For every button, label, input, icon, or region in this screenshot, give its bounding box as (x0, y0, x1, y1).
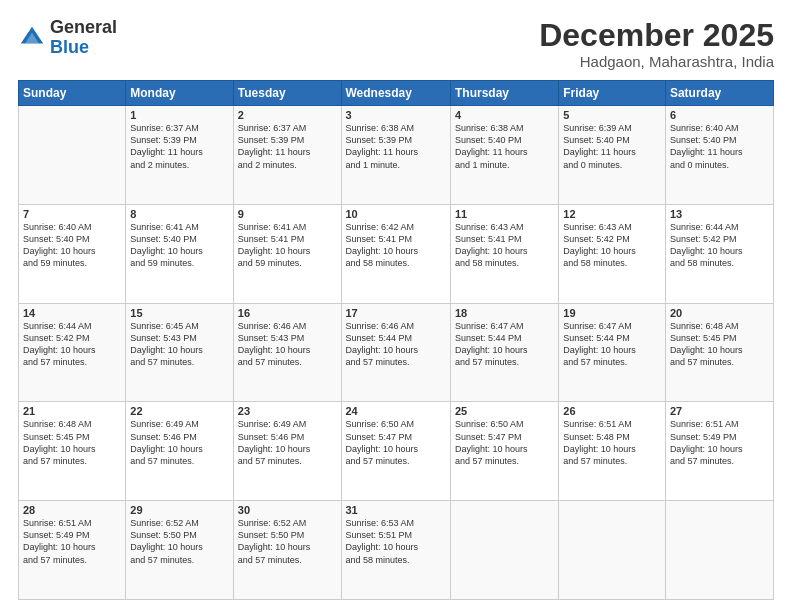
calendar-cell: 28Sunrise: 6:51 AM Sunset: 5:49 PM Dayli… (19, 501, 126, 600)
day-info: Sunrise: 6:43 AM Sunset: 5:41 PM Dayligh… (455, 221, 554, 270)
month-title: December 2025 (539, 18, 774, 53)
day-number: 1 (130, 109, 228, 121)
week-row-4: 28Sunrise: 6:51 AM Sunset: 5:49 PM Dayli… (19, 501, 774, 600)
calendar-cell: 30Sunrise: 6:52 AM Sunset: 5:50 PM Dayli… (233, 501, 341, 600)
calendar-cell: 23Sunrise: 6:49 AM Sunset: 5:46 PM Dayli… (233, 402, 341, 501)
day-number: 31 (346, 504, 446, 516)
day-info: Sunrise: 6:51 AM Sunset: 5:48 PM Dayligh… (563, 418, 661, 467)
day-number: 28 (23, 504, 121, 516)
day-number: 27 (670, 405, 769, 417)
day-info: Sunrise: 6:40 AM Sunset: 5:40 PM Dayligh… (23, 221, 121, 270)
calendar-cell: 18Sunrise: 6:47 AM Sunset: 5:44 PM Dayli… (450, 303, 558, 402)
calendar-cell: 31Sunrise: 6:53 AM Sunset: 5:51 PM Dayli… (341, 501, 450, 600)
logo-blue: Blue (50, 38, 117, 58)
calendar-cell: 25Sunrise: 6:50 AM Sunset: 5:47 PM Dayli… (450, 402, 558, 501)
calendar-cell: 7Sunrise: 6:40 AM Sunset: 5:40 PM Daylig… (19, 204, 126, 303)
header-row: SundayMondayTuesdayWednesdayThursdayFrid… (19, 81, 774, 106)
location-subtitle: Hadgaon, Maharashtra, India (539, 53, 774, 70)
day-info: Sunrise: 6:51 AM Sunset: 5:49 PM Dayligh… (670, 418, 769, 467)
day-info: Sunrise: 6:50 AM Sunset: 5:47 PM Dayligh… (346, 418, 446, 467)
day-number: 23 (238, 405, 337, 417)
col-header-friday: Friday (559, 81, 666, 106)
week-row-2: 14Sunrise: 6:44 AM Sunset: 5:42 PM Dayli… (19, 303, 774, 402)
col-header-wednesday: Wednesday (341, 81, 450, 106)
calendar-cell (19, 106, 126, 205)
day-info: Sunrise: 6:47 AM Sunset: 5:44 PM Dayligh… (455, 320, 554, 369)
calendar-cell: 3Sunrise: 6:38 AM Sunset: 5:39 PM Daylig… (341, 106, 450, 205)
calendar-cell: 6Sunrise: 6:40 AM Sunset: 5:40 PM Daylig… (665, 106, 773, 205)
calendar-cell: 21Sunrise: 6:48 AM Sunset: 5:45 PM Dayli… (19, 402, 126, 501)
day-number: 18 (455, 307, 554, 319)
day-info: Sunrise: 6:52 AM Sunset: 5:50 PM Dayligh… (238, 517, 337, 566)
calendar-cell: 13Sunrise: 6:44 AM Sunset: 5:42 PM Dayli… (665, 204, 773, 303)
day-info: Sunrise: 6:46 AM Sunset: 5:43 PM Dayligh… (238, 320, 337, 369)
day-number: 8 (130, 208, 228, 220)
calendar-table: SundayMondayTuesdayWednesdayThursdayFrid… (18, 80, 774, 600)
day-number: 30 (238, 504, 337, 516)
day-info: Sunrise: 6:39 AM Sunset: 5:40 PM Dayligh… (563, 122, 661, 171)
day-number: 24 (346, 405, 446, 417)
day-info: Sunrise: 6:45 AM Sunset: 5:43 PM Dayligh… (130, 320, 228, 369)
calendar-cell: 17Sunrise: 6:46 AM Sunset: 5:44 PM Dayli… (341, 303, 450, 402)
day-info: Sunrise: 6:37 AM Sunset: 5:39 PM Dayligh… (130, 122, 228, 171)
calendar-cell: 9Sunrise: 6:41 AM Sunset: 5:41 PM Daylig… (233, 204, 341, 303)
calendar-cell (450, 501, 558, 600)
calendar-cell: 1Sunrise: 6:37 AM Sunset: 5:39 PM Daylig… (126, 106, 233, 205)
day-info: Sunrise: 6:51 AM Sunset: 5:49 PM Dayligh… (23, 517, 121, 566)
day-number: 15 (130, 307, 228, 319)
day-number: 17 (346, 307, 446, 319)
day-number: 12 (563, 208, 661, 220)
week-row-1: 7Sunrise: 6:40 AM Sunset: 5:40 PM Daylig… (19, 204, 774, 303)
day-info: Sunrise: 6:49 AM Sunset: 5:46 PM Dayligh… (130, 418, 228, 467)
day-number: 14 (23, 307, 121, 319)
day-number: 29 (130, 504, 228, 516)
calendar-cell: 16Sunrise: 6:46 AM Sunset: 5:43 PM Dayli… (233, 303, 341, 402)
day-info: Sunrise: 6:53 AM Sunset: 5:51 PM Dayligh… (346, 517, 446, 566)
day-number: 26 (563, 405, 661, 417)
col-header-thursday: Thursday (450, 81, 558, 106)
calendar-cell: 12Sunrise: 6:43 AM Sunset: 5:42 PM Dayli… (559, 204, 666, 303)
logo-general: General (50, 18, 117, 38)
col-header-saturday: Saturday (665, 81, 773, 106)
calendar-cell: 20Sunrise: 6:48 AM Sunset: 5:45 PM Dayli… (665, 303, 773, 402)
day-number: 7 (23, 208, 121, 220)
calendar-cell: 4Sunrise: 6:38 AM Sunset: 5:40 PM Daylig… (450, 106, 558, 205)
calendar-cell: 27Sunrise: 6:51 AM Sunset: 5:49 PM Dayli… (665, 402, 773, 501)
day-info: Sunrise: 6:52 AM Sunset: 5:50 PM Dayligh… (130, 517, 228, 566)
day-number: 4 (455, 109, 554, 121)
day-info: Sunrise: 6:41 AM Sunset: 5:41 PM Dayligh… (238, 221, 337, 270)
calendar-cell (559, 501, 666, 600)
day-info: Sunrise: 6:47 AM Sunset: 5:44 PM Dayligh… (563, 320, 661, 369)
header: General Blue December 2025 Hadgaon, Maha… (18, 18, 774, 70)
day-number: 22 (130, 405, 228, 417)
calendar-cell: 19Sunrise: 6:47 AM Sunset: 5:44 PM Dayli… (559, 303, 666, 402)
day-info: Sunrise: 6:46 AM Sunset: 5:44 PM Dayligh… (346, 320, 446, 369)
day-info: Sunrise: 6:48 AM Sunset: 5:45 PM Dayligh… (670, 320, 769, 369)
day-info: Sunrise: 6:40 AM Sunset: 5:40 PM Dayligh… (670, 122, 769, 171)
calendar-cell: 14Sunrise: 6:44 AM Sunset: 5:42 PM Dayli… (19, 303, 126, 402)
day-info: Sunrise: 6:50 AM Sunset: 5:47 PM Dayligh… (455, 418, 554, 467)
day-info: Sunrise: 6:43 AM Sunset: 5:42 PM Dayligh… (563, 221, 661, 270)
day-number: 2 (238, 109, 337, 121)
day-number: 9 (238, 208, 337, 220)
calendar-cell: 22Sunrise: 6:49 AM Sunset: 5:46 PM Dayli… (126, 402, 233, 501)
calendar-cell: 29Sunrise: 6:52 AM Sunset: 5:50 PM Dayli… (126, 501, 233, 600)
col-header-sunday: Sunday (19, 81, 126, 106)
day-info: Sunrise: 6:49 AM Sunset: 5:46 PM Dayligh… (238, 418, 337, 467)
col-header-monday: Monday (126, 81, 233, 106)
logo-icon (18, 24, 46, 52)
calendar-cell: 26Sunrise: 6:51 AM Sunset: 5:48 PM Dayli… (559, 402, 666, 501)
day-number: 11 (455, 208, 554, 220)
day-number: 3 (346, 109, 446, 121)
calendar-cell: 15Sunrise: 6:45 AM Sunset: 5:43 PM Dayli… (126, 303, 233, 402)
calendar-cell: 24Sunrise: 6:50 AM Sunset: 5:47 PM Dayli… (341, 402, 450, 501)
day-info: Sunrise: 6:38 AM Sunset: 5:40 PM Dayligh… (455, 122, 554, 171)
calendar-cell: 11Sunrise: 6:43 AM Sunset: 5:41 PM Dayli… (450, 204, 558, 303)
day-info: Sunrise: 6:44 AM Sunset: 5:42 PM Dayligh… (23, 320, 121, 369)
day-number: 25 (455, 405, 554, 417)
day-info: Sunrise: 6:42 AM Sunset: 5:41 PM Dayligh… (346, 221, 446, 270)
day-number: 21 (23, 405, 121, 417)
calendar-cell (665, 501, 773, 600)
logo-text: General Blue (50, 18, 117, 58)
page: General Blue December 2025 Hadgaon, Maha… (0, 0, 792, 612)
